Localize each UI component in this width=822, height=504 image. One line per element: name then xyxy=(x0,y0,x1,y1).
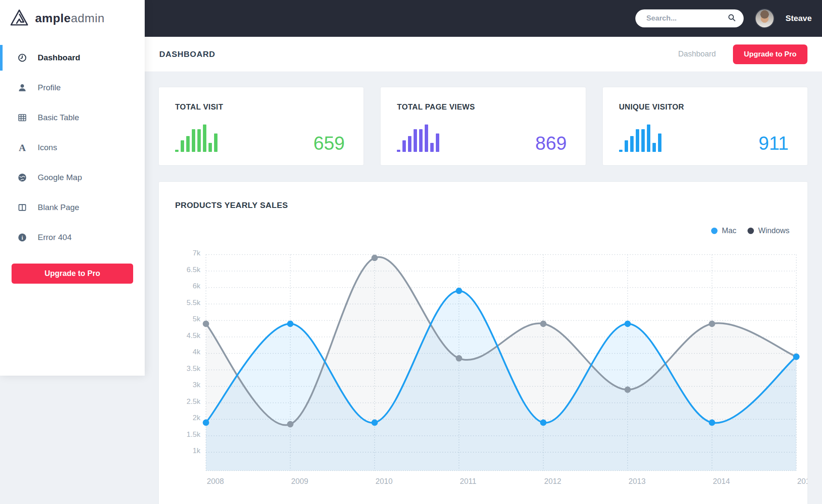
sparkline-bar xyxy=(625,140,628,152)
search-box[interactable] xyxy=(635,9,744,27)
sparkline-bar xyxy=(186,136,190,152)
svg-text:6k: 6k xyxy=(193,282,200,290)
stat-card-body: 869 xyxy=(397,125,566,152)
stat-card-value: 869 xyxy=(535,135,566,152)
brand-logo[interactable]: ampleadmin xyxy=(0,0,145,37)
svg-text:2013: 2013 xyxy=(628,477,646,486)
stat-card-total-visit: TOTAL VISIT659 xyxy=(159,87,363,165)
sidebar-item-dashboard[interactable]: Dashboard xyxy=(0,43,145,73)
search-input[interactable] xyxy=(646,14,716,23)
sparkline-bar xyxy=(402,140,406,152)
stat-card-body: 911 xyxy=(619,125,789,152)
svg-text:7k: 7k xyxy=(193,249,200,257)
sparkline-bar xyxy=(619,150,622,152)
sidebar: ampleadmin DashboardProfileBasic TableAI… xyxy=(0,0,145,376)
sidebar-item-label: Basic Table xyxy=(38,113,79,122)
svg-text:2008: 2008 xyxy=(207,477,224,486)
sparkline-bar xyxy=(630,136,634,152)
sparkline-bar xyxy=(636,129,639,152)
sidebar-item-label: Dashboard xyxy=(38,53,80,62)
sidebar-nav: DashboardProfileBasic TableAIconsGoogle … xyxy=(0,37,145,252)
sparkline-bar xyxy=(197,129,201,152)
brand-logo-text: ampleadmin xyxy=(35,12,104,25)
header-upgrade-button[interactable]: Upgrade to Pro xyxy=(733,44,807,64)
svg-text:3.5k: 3.5k xyxy=(187,365,201,373)
sparkline-bar xyxy=(397,150,400,152)
sparkline-bar xyxy=(175,150,179,152)
sparkline-bar-chart xyxy=(175,125,217,152)
sparkline-bar xyxy=(203,125,206,152)
app-root: Steave ampleadmin DashboardProfileBasic … xyxy=(0,0,822,504)
svg-text:2009: 2009 xyxy=(291,477,308,486)
sparkline-bar xyxy=(192,129,195,152)
products-yearly-sales-card: PRODUCTS YEARLY SALES MacWindows 7k6.5k6… xyxy=(159,182,807,504)
svg-text:2011: 2011 xyxy=(460,477,477,486)
stat-card-value: 911 xyxy=(759,135,789,152)
sparkline-bar xyxy=(414,129,417,152)
table-icon xyxy=(17,113,27,123)
page-title: DASHBOARD xyxy=(159,50,215,59)
user-name[interactable]: Steave xyxy=(786,14,812,23)
clock-icon xyxy=(17,53,27,63)
svg-text:1.5k: 1.5k xyxy=(187,430,201,439)
sidebar-item-profile[interactable]: Profile xyxy=(0,73,145,103)
sparkline-bar-chart xyxy=(397,125,439,152)
user-avatar[interactable] xyxy=(755,9,774,28)
stat-card-title: UNIQUE VISITOR xyxy=(619,103,789,112)
svg-text:4k: 4k xyxy=(193,348,200,356)
svg-text:6.5k: 6.5k xyxy=(187,266,201,274)
sparkline-bar-chart xyxy=(619,125,661,152)
stat-card-value: 659 xyxy=(313,135,345,152)
sidebar-item-label: Google Map xyxy=(38,173,82,182)
sidebar-item-label: Blank Page xyxy=(38,203,79,212)
page-header: DASHBOARD Dashboard Upgrade to Pro xyxy=(145,37,822,71)
svg-text:i: i xyxy=(21,235,23,241)
sparkline-bar xyxy=(425,125,428,152)
products-yearly-sales-chart: 7k6.5k6k5.5k5k4.5k4k3.5k3k2.5k2k1.5k1k20… xyxy=(159,182,807,504)
sidebar-item-blank-page[interactable]: Blank Page xyxy=(0,193,145,222)
stat-card-title: TOTAL PAGE VIEWS xyxy=(397,103,566,112)
svg-text:5k: 5k xyxy=(193,315,200,323)
sparkline-bar xyxy=(181,140,184,152)
svg-text:2k: 2k xyxy=(193,414,200,422)
stat-card-unique-visitor: UNIQUE VISITOR911 xyxy=(603,87,807,165)
stat-card-body: 659 xyxy=(175,125,345,152)
svg-text:2015: 2015 xyxy=(797,477,807,486)
sidebar-upgrade-button[interactable]: Upgrade to Pro xyxy=(12,264,133,284)
svg-text:3k: 3k xyxy=(193,381,200,389)
user-icon xyxy=(17,83,27,93)
brand-logo-icon xyxy=(9,9,29,28)
sparkline-bar xyxy=(652,143,656,152)
sidebar-item-label: Error 404 xyxy=(38,233,71,242)
sparkline-bar xyxy=(208,143,212,152)
brand-name-bold: ample xyxy=(35,12,71,25)
sidebar-item-google-map[interactable]: Google Map xyxy=(0,163,145,193)
sparkline-bar xyxy=(658,133,661,152)
stat-card-total-page-views: TOTAL PAGE VIEWS869 xyxy=(381,87,585,165)
sparkline-bar xyxy=(436,133,439,152)
columns-icon xyxy=(17,202,27,213)
search-icon[interactable] xyxy=(727,13,736,24)
info-icon: i xyxy=(17,232,27,243)
stat-card-title: TOTAL VISIT xyxy=(175,103,345,112)
sparkline-bar xyxy=(641,129,645,152)
sidebar-item-basic-table[interactable]: Basic Table xyxy=(0,103,145,133)
sidebar-item-icons[interactable]: AIcons xyxy=(0,133,145,163)
svg-text:2010: 2010 xyxy=(375,477,393,486)
sparkline-bar xyxy=(214,133,217,152)
sparkline-bar xyxy=(647,125,650,152)
svg-text:2012: 2012 xyxy=(544,477,561,486)
breadcrumb[interactable]: Dashboard xyxy=(678,50,716,59)
sparkline-bar xyxy=(419,129,423,152)
letter-a-icon: A xyxy=(17,142,27,153)
svg-text:5.5k: 5.5k xyxy=(187,299,201,307)
sidebar-item-label: Icons xyxy=(38,143,57,152)
sidebar-item-error-404[interactable]: iError 404 xyxy=(0,222,145,252)
svg-text:1k: 1k xyxy=(193,447,200,455)
globe-icon xyxy=(17,172,27,183)
svg-text:4.5k: 4.5k xyxy=(187,332,201,340)
brand-name-light: admin xyxy=(71,12,104,25)
sidebar-item-label: Profile xyxy=(38,83,61,92)
sparkline-bar xyxy=(430,143,434,152)
sparkline-bar xyxy=(408,136,411,152)
